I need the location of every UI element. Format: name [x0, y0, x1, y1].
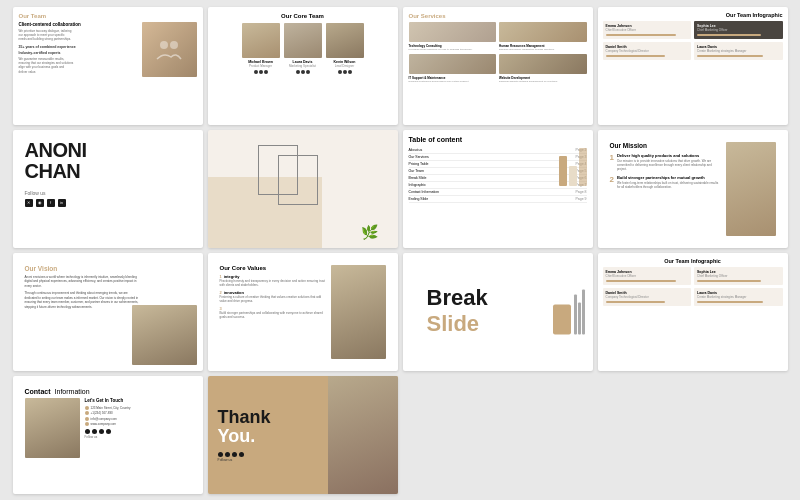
toc-deco-bars [559, 148, 587, 186]
values-side-img [331, 265, 386, 359]
person-4-role: Create Marketing strategies Manager [697, 49, 780, 53]
contact-follow-label: Follow us [85, 435, 191, 439]
contact-row-2: +1(234) 567-890 [85, 411, 191, 415]
inf2-person-2: Sophia Lee Chief Marketing Officer [694, 267, 783, 285]
slide-1-desc: We prioritize two-way dialogue, tailorin… [19, 29, 74, 42]
person-2-role: Chief Marketing Officer [697, 28, 780, 32]
inf2-person-1: Emma Johnson Chief Executive Officer [603, 267, 692, 285]
deco-bar-1 [559, 156, 567, 186]
mission-title-1: Deliver high quality products and soluti… [617, 153, 722, 158]
slide-9-title: Our Vision [25, 265, 191, 272]
service-3: IT Support & Maintenance Ensuring contin… [409, 54, 497, 83]
toc-label-7: Contact Information [409, 190, 440, 194]
contact-title-row: Contact Information [25, 388, 191, 395]
inf2-bar-3 [606, 301, 665, 303]
cover-title: ANONI CHAN [25, 140, 191, 182]
value-num-2: 2 [220, 290, 222, 295]
toc-label-2: Our Services [409, 155, 429, 159]
inf2-role-1: Chief Executive Officer [606, 274, 689, 278]
value-desc-2: Fostering a culture of creative thinking… [220, 295, 327, 303]
slide-mission: Our Mission 1 Deliver high quality produ… [598, 130, 788, 248]
aesthetic-inner: 🌿 [208, 130, 398, 248]
social-icon-3 [99, 429, 104, 434]
inf2-person-4: Laura Davis Create Marketing strategies … [694, 288, 783, 306]
toc-page-8: Page 9 [575, 197, 586, 201]
value-desc-1: Practicing honesty and transparency in e… [220, 279, 327, 287]
thank-you-inner: Thank You. Follow us [208, 376, 398, 494]
member-2-role: Marketing Specialist [284, 64, 322, 68]
cover-title-line1: ANONI [25, 139, 87, 161]
contact-inner: Contact Information Let's Get In Touch 1… [19, 382, 197, 488]
thank-follow-label: Follow us [218, 458, 388, 462]
toc-label-3: Pricing Table [409, 162, 429, 166]
inf2-role-3: Company Technological Director [606, 295, 689, 299]
contact-details: Let's Get In Touch 123 Main Street, City… [85, 398, 191, 458]
member-3-role: Lead Designer [326, 64, 364, 68]
slide-4-title: Our Team Infographic [603, 12, 783, 18]
contact-content: Let's Get In Touch 123 Main Street, City… [25, 398, 191, 458]
slide-contact: Contact Information Let's Get In Touch 1… [13, 376, 203, 494]
toc-label-1: About us [409, 148, 423, 152]
inf2-role-4: Create Marketing strategies Manager [697, 295, 780, 299]
cover-follow-label: Follow us [25, 190, 191, 196]
mission-title-2: Build stronger partnerships for mutual g… [617, 175, 722, 180]
inf2-bar-4 [697, 301, 763, 303]
slide-core-team: Our Core Team Michael Brown Product Mana… [208, 7, 398, 125]
values-layout: Our Core Values 1 integrity Practicing h… [214, 259, 392, 365]
mission-content: Our Mission 1 Deliver high quality produ… [610, 142, 722, 236]
slide-1-title: Our Team [19, 13, 197, 19]
value-desc-3: Build stronger partnerships and collabor… [220, 311, 327, 319]
cover-social-icons: ✕ ◉ f in [25, 199, 191, 207]
team-member-1: Michael Brown Product Manager [242, 23, 280, 74]
contact-icon-location [85, 406, 89, 410]
value-2: 2 innovation Fostering a culture of crea… [220, 290, 327, 303]
contact-text-1: 123 Main Street, City, Country [91, 406, 131, 410]
service-2-img [499, 22, 587, 42]
member-3-socials [326, 70, 364, 74]
service-1-img [409, 22, 497, 42]
social-x: ✕ [25, 199, 33, 207]
slide-toc: Table of content About us Page 2 Our Ser… [403, 130, 593, 248]
mission-text-1: Deliver high quality products and soluti… [617, 153, 722, 172]
infographic-person-1: Emma Johnson Chief Executive Officer [603, 21, 692, 39]
infographic-person-3: Daniel Smith Company Technological Direc… [603, 42, 692, 60]
social-icon-4 [106, 429, 111, 434]
person-4-bar [697, 55, 763, 57]
toc-item-8: Ending Slide Page 9 [409, 196, 587, 203]
slide-3-title: Our Services [409, 13, 587, 19]
slide-thank-you: Thank You. Follow us [208, 376, 398, 494]
service-4-desc: Enabling website software development fo… [499, 80, 587, 83]
infographic-person-4: Laura Davis Create Marketing strategies … [694, 42, 783, 60]
thank-social-row [218, 452, 388, 457]
team-member-3: Kevin Wilson Lead Designer [326, 23, 364, 74]
service-1-desc: Providing expert guidance on how to leve… [409, 48, 497, 51]
team-photos-row: Michael Brown Product Manager Laura Davi… [214, 23, 392, 74]
mission-side-img [726, 142, 776, 236]
social-f: f [47, 199, 55, 207]
slide-1-subtitle: Client-centered collaboration [19, 22, 138, 27]
slide-team-infographic-1: Our Team Infographic Emma Johnson Chief … [598, 7, 788, 125]
slide-vision: Our Vision Anoni envisions a world where… [13, 253, 203, 371]
mission-item-2: 2 Build stronger partnerships for mutual… [610, 175, 722, 189]
contact-text-4: www.company.com [91, 422, 117, 426]
inf2-person-3: Daniel Smith Company Technological Direc… [603, 288, 692, 306]
frame-2 [278, 155, 318, 205]
contact-image [25, 398, 80, 458]
vision-text-1: Anoni envisions a world where technology… [25, 275, 140, 289]
person-3-role: Company Technological Director [606, 49, 689, 53]
infographic-person-2: Sophia Lee Chief Marketing Officer [694, 21, 783, 39]
slide-8-title: Our Mission [610, 142, 722, 149]
slide-core-values: Our Core Values 1 integrity Practicing h… [208, 253, 398, 371]
toc-label-4: Our Team [409, 169, 424, 173]
deco-bar-3 [579, 148, 587, 186]
infographic-2-grid: Emma Johnson Chief Executive Officer Sop… [603, 267, 783, 306]
member-2-photo [284, 23, 322, 58]
mission-layout: Our Mission 1 Deliver high quality produ… [604, 136, 782, 242]
deco-line-2 [578, 302, 581, 334]
thank-social-1 [218, 452, 223, 457]
social-in: in [58, 199, 66, 207]
vision-inner: Our Vision Anoni envisions a world where… [19, 259, 197, 365]
slide-our-team: Our Team Client-centered collaboration W… [13, 7, 203, 125]
slide-1-stat: 35+ years of combined experience [19, 45, 138, 49]
services-grid: Technology Consulting Providing expert g… [409, 22, 587, 83]
